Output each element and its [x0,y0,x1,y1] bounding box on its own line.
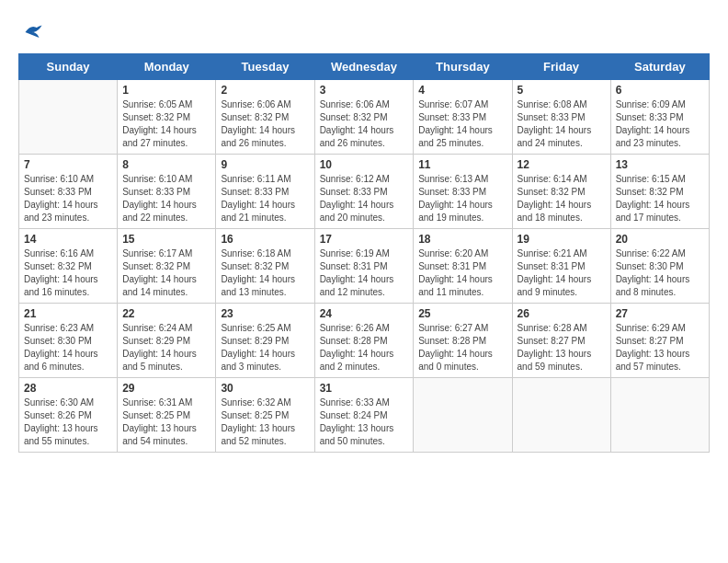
calendar-week-3: 14Sunrise: 6:16 AMSunset: 8:32 PMDayligh… [19,229,710,304]
day-number: 29 [122,382,210,395]
calendar-cell: 31Sunrise: 6:33 AMSunset: 8:24 PMDayligh… [314,378,414,453]
day-info: Sunrise: 6:17 AMSunset: 8:32 PMDaylight:… [122,247,210,299]
weekday-header-saturday: Saturday [610,54,709,80]
day-number: 18 [418,233,506,246]
weekday-header-sunday: Sunday [19,54,118,80]
calendar-cell: 7Sunrise: 6:10 AMSunset: 8:33 PMDaylight… [19,155,118,229]
day-number: 17 [320,233,409,246]
calendar-week-4: 21Sunrise: 6:23 AMSunset: 8:30 PMDayligh… [19,304,710,378]
day-number: 14 [24,233,112,246]
calendar-cell: 14Sunrise: 6:16 AMSunset: 8:32 PMDayligh… [19,229,118,304]
calendar-cell: 28Sunrise: 6:30 AMSunset: 8:26 PMDayligh… [19,378,118,453]
day-info: Sunrise: 6:08 AMSunset: 8:33 PMDaylight:… [518,98,606,150]
calendar-cell [414,378,512,453]
logo-bird-icon [18,18,46,46]
calendar-cell: 13Sunrise: 6:15 AMSunset: 8:32 PMDayligh… [610,155,709,229]
weekday-header-friday: Friday [512,54,610,80]
day-number: 26 [518,307,606,320]
calendar-cell: 16Sunrise: 6:18 AMSunset: 8:32 PMDayligh… [216,229,314,304]
calendar-cell: 27Sunrise: 6:29 AMSunset: 8:27 PMDayligh… [610,304,709,378]
day-number: 1 [122,84,210,97]
day-info: Sunrise: 6:19 AMSunset: 8:31 PMDaylight:… [320,247,409,299]
day-info: Sunrise: 6:11 AMSunset: 8:33 PMDaylight:… [221,173,309,224]
calendar-cell [19,80,118,155]
day-number: 8 [122,158,210,171]
calendar-cell: 3Sunrise: 6:06 AMSunset: 8:32 PMDaylight… [314,80,414,155]
day-number: 28 [24,382,112,395]
day-number: 6 [616,84,704,97]
day-info: Sunrise: 6:06 AMSunset: 8:32 PMDaylight:… [221,98,309,150]
day-info: Sunrise: 6:21 AMSunset: 8:31 PMDaylight:… [518,247,606,299]
day-info: Sunrise: 6:05 AMSunset: 8:32 PMDaylight:… [122,98,210,150]
day-number: 19 [518,233,606,246]
weekday-header-thursday: Thursday [414,54,512,80]
day-info: Sunrise: 6:23 AMSunset: 8:30 PMDaylight:… [24,322,112,373]
calendar-cell: 25Sunrise: 6:27 AMSunset: 8:28 PMDayligh… [414,304,512,378]
day-number: 23 [221,307,309,320]
calendar-cell: 21Sunrise: 6:23 AMSunset: 8:30 PMDayligh… [19,304,118,378]
day-number: 4 [418,84,506,97]
day-number: 13 [616,158,704,171]
day-info: Sunrise: 6:27 AMSunset: 8:28 PMDaylight:… [418,322,506,373]
day-number: 27 [616,307,704,320]
day-number: 15 [122,233,210,246]
calendar-cell: 18Sunrise: 6:20 AMSunset: 8:31 PMDayligh… [414,229,512,304]
calendar-cell: 10Sunrise: 6:12 AMSunset: 8:33 PMDayligh… [314,155,414,229]
calendar-cell: 9Sunrise: 6:11 AMSunset: 8:33 PMDaylight… [216,155,314,229]
logo [18,18,50,46]
calendar-cell: 26Sunrise: 6:28 AMSunset: 8:27 PMDayligh… [512,304,610,378]
calendar-cell [610,378,709,453]
day-info: Sunrise: 6:25 AMSunset: 8:29 PMDaylight:… [221,322,309,373]
day-info: Sunrise: 6:24 AMSunset: 8:29 PMDaylight:… [122,322,210,373]
calendar-cell: 2Sunrise: 6:06 AMSunset: 8:32 PMDaylight… [216,80,314,155]
day-number: 7 [24,158,112,171]
day-number: 9 [221,158,309,171]
calendar-cell: 6Sunrise: 6:09 AMSunset: 8:33 PMDaylight… [610,80,709,155]
calendar-cell: 22Sunrise: 6:24 AMSunset: 8:29 PMDayligh… [118,304,216,378]
calendar-cell: 12Sunrise: 6:14 AMSunset: 8:32 PMDayligh… [512,155,610,229]
calendar-cell: 11Sunrise: 6:13 AMSunset: 8:33 PMDayligh… [414,155,512,229]
day-info: Sunrise: 6:16 AMSunset: 8:32 PMDaylight:… [24,247,112,299]
calendar-cell: 5Sunrise: 6:08 AMSunset: 8:33 PMDaylight… [512,80,610,155]
day-number: 21 [24,307,112,320]
day-info: Sunrise: 6:10 AMSunset: 8:33 PMDaylight:… [24,173,112,224]
day-number: 22 [122,307,210,320]
calendar-cell: 29Sunrise: 6:31 AMSunset: 8:25 PMDayligh… [118,378,216,453]
day-info: Sunrise: 6:22 AMSunset: 8:30 PMDaylight:… [616,247,704,299]
calendar-cell: 17Sunrise: 6:19 AMSunset: 8:31 PMDayligh… [314,229,414,304]
day-info: Sunrise: 6:18 AMSunset: 8:32 PMDaylight:… [221,247,309,299]
calendar-week-2: 7Sunrise: 6:10 AMSunset: 8:33 PMDaylight… [19,155,710,229]
day-number: 24 [320,307,409,320]
day-number: 20 [616,233,704,246]
calendar-cell: 15Sunrise: 6:17 AMSunset: 8:32 PMDayligh… [118,229,216,304]
day-info: Sunrise: 6:32 AMSunset: 8:25 PMDaylight:… [221,396,309,448]
calendar-week-1: 1Sunrise: 6:05 AMSunset: 8:32 PMDaylight… [19,80,710,155]
day-info: Sunrise: 6:09 AMSunset: 8:33 PMDaylight:… [616,98,704,150]
day-info: Sunrise: 6:33 AMSunset: 8:24 PMDaylight:… [320,396,409,448]
day-number: 5 [518,84,606,97]
calendar-table: SundayMondayTuesdayWednesdayThursdayFrid… [18,53,710,453]
day-info: Sunrise: 6:07 AMSunset: 8:33 PMDaylight:… [418,98,506,150]
day-number: 11 [418,158,506,171]
calendar-cell: 20Sunrise: 6:22 AMSunset: 8:30 PMDayligh… [610,229,709,304]
day-info: Sunrise: 6:13 AMSunset: 8:33 PMDaylight:… [418,173,506,224]
day-info: Sunrise: 6:06 AMSunset: 8:32 PMDaylight:… [320,98,409,150]
day-number: 12 [518,158,606,171]
calendar-cell: 23Sunrise: 6:25 AMSunset: 8:29 PMDayligh… [216,304,314,378]
day-number: 25 [418,307,506,320]
calendar-cell: 4Sunrise: 6:07 AMSunset: 8:33 PMDaylight… [414,80,512,155]
day-info: Sunrise: 6:14 AMSunset: 8:32 PMDaylight:… [518,173,606,224]
calendar-cell [512,378,610,453]
calendar-week-5: 28Sunrise: 6:30 AMSunset: 8:26 PMDayligh… [19,378,710,453]
day-info: Sunrise: 6:12 AMSunset: 8:33 PMDaylight:… [320,173,409,224]
day-info: Sunrise: 6:26 AMSunset: 8:28 PMDaylight:… [320,322,409,373]
day-info: Sunrise: 6:15 AMSunset: 8:32 PMDaylight:… [616,173,704,224]
day-number: 30 [221,382,309,395]
day-number: 10 [320,158,409,171]
day-info: Sunrise: 6:31 AMSunset: 8:25 PMDaylight:… [122,396,210,448]
day-info: Sunrise: 6:29 AMSunset: 8:27 PMDaylight:… [616,322,704,373]
weekday-header-wednesday: Wednesday [314,54,414,80]
day-info: Sunrise: 6:30 AMSunset: 8:26 PMDaylight:… [24,396,112,448]
calendar-cell: 19Sunrise: 6:21 AMSunset: 8:31 PMDayligh… [512,229,610,304]
calendar-cell: 1Sunrise: 6:05 AMSunset: 8:32 PMDaylight… [118,80,216,155]
